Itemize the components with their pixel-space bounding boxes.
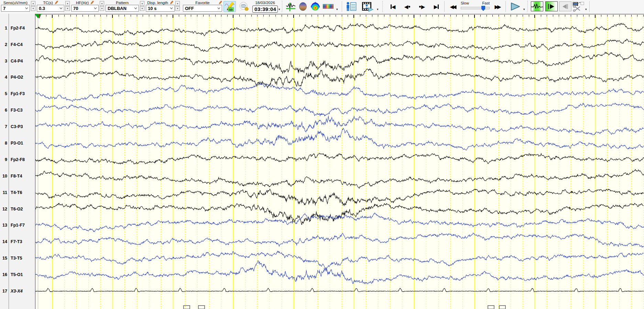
notch-filter-button[interactable]: 50 bbox=[223, 1, 236, 12]
favorite-combo[interactable]: OFF bbox=[183, 5, 222, 12]
channel-label: Fp2-F8 bbox=[11, 157, 25, 162]
patient-info-button[interactable] bbox=[345, 1, 358, 12]
hf-spin-up-button[interactable]: ▲ bbox=[100, 1, 104, 6]
step-back-button[interactable]: ◀ bbox=[402, 2, 413, 11]
patient-notes-icon bbox=[346, 1, 357, 12]
channel-row[interactable]: 8P3-O1 bbox=[0, 140, 23, 146]
spectrogram-button[interactable] bbox=[322, 1, 335, 12]
channel-row[interactable]: 13Fp1-F7 bbox=[0, 222, 25, 228]
sens-field: Sens(uV/mm) 7 bbox=[1, 0, 30, 12]
go-to-start-button[interactable]: ◀ bbox=[387, 2, 399, 11]
disp-length-combo[interactable]: 10 s bbox=[146, 5, 175, 12]
page-back-button[interactable]: ◀◀ bbox=[447, 2, 459, 11]
event-box[interactable] bbox=[198, 305, 205, 309]
hf-spin-down-button[interactable]: ▼ bbox=[100, 6, 104, 11]
eeg-plot-canvas[interactable] bbox=[35, 14, 644, 309]
sens-spin-up-button[interactable]: ▲ bbox=[31, 1, 35, 6]
channel-row[interactable]: 5Fp1-F3 bbox=[0, 91, 25, 96]
channel-row[interactable]: 7C3-P3 bbox=[0, 124, 23, 129]
pattern-combo[interactable]: DBLBAN bbox=[106, 5, 139, 12]
channel-row[interactable]: 1Fp2-F4 bbox=[0, 25, 25, 31]
channel-row[interactable]: 9Fp2-F8 bbox=[0, 157, 25, 162]
channel-number: 3 bbox=[0, 59, 7, 64]
channel-row[interactable]: 17X3-X4 bbox=[0, 288, 23, 294]
pattern-field: Pattern DBLBAN bbox=[106, 0, 139, 12]
channel-row[interactable]: 6F3-C3 bbox=[0, 107, 23, 113]
pattern-spin-down-button[interactable]: ▼ bbox=[140, 6, 144, 11]
channel-label: P3-O1 bbox=[11, 141, 23, 146]
topo-map-button[interactable] bbox=[309, 1, 321, 12]
cut-dropdown-arrow[interactable]: ▾ bbox=[585, 8, 587, 11]
cut-video-button[interactable] bbox=[572, 1, 585, 12]
channel-number: 2 bbox=[0, 42, 7, 47]
time-display[interactable]: 03:39:04 bbox=[252, 5, 278, 13]
chevron-down-icon bbox=[25, 7, 28, 9]
channel-number: 11 bbox=[0, 190, 7, 195]
channel-label: Fp1-F3 bbox=[11, 91, 25, 96]
edit-pencil-icon[interactable] bbox=[54, 1, 58, 5]
video-dropdown-arrow[interactable]: ▾ bbox=[377, 8, 379, 11]
channel-row[interactable]: 16T5-O1 bbox=[0, 272, 23, 277]
edit-pencil-icon[interactable] bbox=[218, 1, 222, 5]
position-marker-triangle[interactable] bbox=[35, 14, 42, 19]
hf-spinner: ▲ ▼ bbox=[100, 1, 104, 11]
speed-slider-track[interactable] bbox=[461, 7, 490, 9]
channel-row[interactable]: 4P4-O2 bbox=[0, 75, 23, 80]
channel-row[interactable]: 3C4-P4 bbox=[0, 58, 23, 64]
favorite-label: Favorite bbox=[195, 1, 210, 5]
separator bbox=[527, 1, 528, 12]
pattern-spinner: ▲ ▼ bbox=[140, 1, 144, 11]
channel-row[interactable]: 10F8-T4 bbox=[0, 173, 22, 179]
review-eeg-button[interactable] bbox=[531, 1, 543, 11]
channel-number: 5 bbox=[0, 91, 7, 96]
mark-event-button[interactable] bbox=[285, 1, 296, 12]
channel-row[interactable]: 11T4-T6 bbox=[0, 190, 22, 195]
page-start-cursor-line bbox=[38, 19, 38, 309]
speed-slider-thumb[interactable] bbox=[481, 6, 485, 11]
disp-length-label: Disp. length bbox=[147, 1, 168, 5]
channel-label: F4-C4 bbox=[11, 42, 23, 47]
datetime-display: 18/03/2026 03:39:04 bbox=[252, 1, 278, 13]
tc-spin-up-button[interactable]: ▲ bbox=[65, 1, 70, 6]
electrode-setup-button[interactable] bbox=[238, 1, 250, 12]
sens-value: 7 bbox=[3, 6, 6, 11]
step-forward-button[interactable]: ▶ bbox=[416, 2, 428, 11]
time-dropdown-arrow[interactable]: ▾ bbox=[279, 8, 280, 11]
tc-label: TC(s) bbox=[43, 1, 53, 5]
pattern-spin-up-button[interactable]: ▲ bbox=[140, 1, 144, 6]
edit-pencil-icon[interactable] bbox=[170, 1, 173, 5]
video-button[interactable] bbox=[360, 1, 375, 12]
hf-combo[interactable]: 70 bbox=[71, 5, 99, 12]
tc-combo[interactable]: 0.3 bbox=[37, 5, 64, 12]
channel-row[interactable]: 2F4-C4 bbox=[0, 42, 23, 47]
sens-spin-down-button[interactable]: ▼ bbox=[31, 6, 35, 11]
play-button[interactable] bbox=[509, 1, 522, 12]
channel-row[interactable]: 14F7-T3 bbox=[0, 239, 22, 244]
spectrogram-icon bbox=[323, 3, 334, 10]
channel-label: T4-T6 bbox=[11, 190, 22, 195]
channel-label: C3-P3 bbox=[11, 124, 23, 129]
disp-length-spin-down-button[interactable]: ▼ bbox=[175, 6, 180, 11]
play-from-marker-button[interactable] bbox=[545, 1, 558, 11]
right-triangle-icon: ▶ bbox=[434, 4, 438, 9]
toolbar: Sens(uV/mm) 7 ▲ ▼ TC(s) 0.3 ▲ ▼ HF(Hz) 7… bbox=[0, 0, 644, 14]
channel-row[interactable]: 12T6-O2 bbox=[0, 206, 23, 212]
tc-spin-down-button[interactable]: ▼ bbox=[65, 6, 70, 11]
hf-field: HF(Hz) 70 bbox=[71, 0, 99, 12]
event-box[interactable] bbox=[183, 305, 190, 309]
channel-number: 13 bbox=[0, 223, 7, 228]
channel-label: F3-C3 bbox=[11, 108, 23, 113]
edit-pencil-icon[interactable] bbox=[90, 1, 94, 5]
channel-number: 4 bbox=[0, 75, 7, 80]
channel-label: T5-O1 bbox=[11, 272, 23, 277]
go-to-end-button[interactable]: ▶ bbox=[430, 2, 442, 11]
page-forward-button[interactable]: ▶▶ bbox=[492, 2, 504, 11]
disp-length-spin-up-button[interactable]: ▲ bbox=[175, 1, 180, 6]
head-3d-button[interactable] bbox=[297, 1, 309, 12]
event-box[interactable] bbox=[488, 305, 494, 309]
play-dropdown-arrow[interactable]: ▾ bbox=[523, 8, 525, 11]
analysis-dropdown-arrow[interactable]: ▾ bbox=[336, 8, 338, 11]
sens-combo[interactable]: 7 bbox=[1, 5, 30, 12]
channel-row[interactable]: 15T3-T5 bbox=[0, 255, 22, 261]
event-box[interactable] bbox=[499, 305, 506, 309]
